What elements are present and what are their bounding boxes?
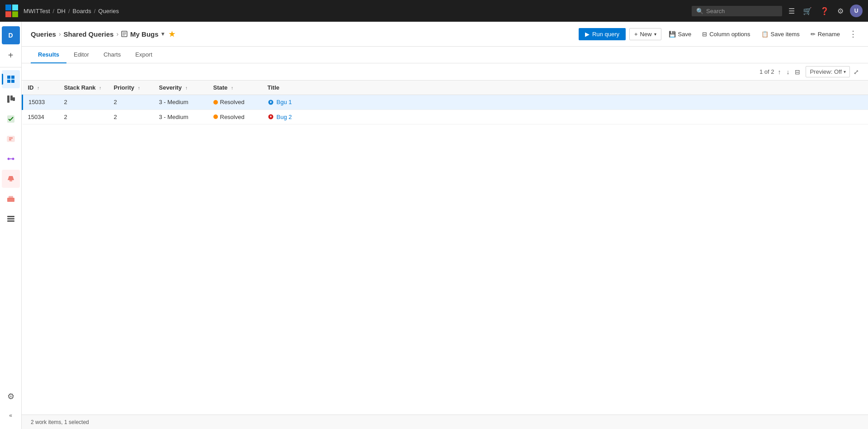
col-header-priority[interactable]: Priority ↑ <box>108 81 154 95</box>
breadcrumb-shared-queries[interactable]: Shared Queries <box>64 30 114 38</box>
run-query-button[interactable]: ▶ Run query <box>579 28 626 40</box>
cell-priority: 2 <box>108 110 154 124</box>
svg-rect-17 <box>7 198 14 202</box>
help-icon[interactable]: ❓ <box>818 5 831 17</box>
topbar: MWITTest / DH / Boards / Queries 🔍 ☰ 🛒 ❓… <box>0 0 868 22</box>
cell-state: Resolved <box>208 110 262 124</box>
preview-toggle-button[interactable]: Preview: Off ▾ <box>806 66 850 77</box>
filter-button[interactable]: ⊟ <box>793 67 802 76</box>
state-dot <box>213 100 218 105</box>
topbar-section3[interactable]: Queries <box>98 8 119 14</box>
avatar[interactable]: U <box>850 5 863 17</box>
id-sort-icon: ↑ <box>37 86 39 91</box>
next-page-button[interactable]: ↓ <box>784 67 791 76</box>
svg-point-29 <box>270 116 271 118</box>
basket-icon[interactable]: 🛒 <box>801 5 814 17</box>
svg-rect-10 <box>13 97 15 101</box>
col-header-severity[interactable]: Severity ↑ <box>154 81 208 95</box>
sidebar-item-test[interactable] <box>2 170 20 188</box>
svg-rect-3 <box>12 11 18 17</box>
breadcrumb-queries[interactable]: Queries <box>31 30 56 38</box>
topbar-right: 🔍 ☰ 🛒 ❓ ⚙ U <box>692 5 863 17</box>
sidebar-item-workitems[interactable] <box>2 110 20 128</box>
sidebar-item-artifacts[interactable] <box>2 190 20 208</box>
main-layout: D + ⚙ « <box>0 22 868 429</box>
save-icon: 💾 <box>669 31 676 38</box>
svg-rect-2 <box>5 11 11 17</box>
col-header-id[interactable]: ID ↑ <box>23 81 59 95</box>
tab-results[interactable]: Results <box>31 47 66 63</box>
cell-title[interactable]: Bug 2 <box>262 110 868 124</box>
priority-sort-icon: ↑ <box>138 86 140 91</box>
tab-export[interactable]: Export <box>128 47 160 63</box>
svg-rect-18 <box>9 196 13 198</box>
new-button[interactable]: + New ▾ <box>629 28 661 40</box>
breadcrumb-sep2: › <box>116 30 118 38</box>
sidebar-collapse[interactable]: « <box>2 406 20 424</box>
dropdown-icon[interactable]: ▾ <box>161 31 164 37</box>
rename-button[interactable]: ✏ Rename <box>807 29 844 40</box>
sidebar-item-repos[interactable] <box>2 130 20 148</box>
page-header: Queries › Shared Queries › My Bugs ▾ ★ <box>22 22 868 47</box>
work-item-link[interactable]: Bug 2 <box>268 114 863 120</box>
sidebar-item-overview[interactable] <box>2 70 20 88</box>
sidebar-item-add[interactable]: + <box>2 46 20 64</box>
svg-rect-12 <box>7 136 14 142</box>
items-selected: 1 selected <box>64 419 89 425</box>
pagination-text: 1 of 2 <box>760 68 774 75</box>
chevron-down-icon: ▾ <box>654 32 656 37</box>
column-options-button[interactable]: ⊟ Column options <box>698 29 754 40</box>
rename-icon: ✏ <box>811 31 816 38</box>
cell-title[interactable]: Bgu 1 <box>262 95 868 110</box>
cell-id: 15034 <box>23 110 59 124</box>
cell-id: 15033 <box>23 95 59 110</box>
col-header-title[interactable]: Title <box>262 81 868 95</box>
sidebar-item-home[interactable]: D <box>2 26 20 44</box>
favorite-star[interactable]: ★ <box>169 30 175 38</box>
col-header-stackrank[interactable]: Stack Rank ↑ <box>59 81 108 95</box>
svg-rect-4 <box>7 76 10 79</box>
tab-charts[interactable]: Charts <box>96 47 128 63</box>
plus-icon: + <box>634 31 638 38</box>
sidebar-item-more[interactable] <box>2 210 20 228</box>
my-bugs-label[interactable]: My Bugs <box>130 30 159 38</box>
app-logo[interactable] <box>5 5 18 17</box>
sidebar-item-boards[interactable] <box>2 90 20 108</box>
cell-stackrank: 2 <box>59 95 108 110</box>
content-area: Queries › Shared Queries › My Bugs ▾ ★ <box>22 22 868 429</box>
svg-rect-21 <box>7 220 14 222</box>
notifications-icon[interactable]: ☰ <box>787 5 797 17</box>
table-row[interactable]: 15034 2 2 3 - Medium Resolved Bug 2 <box>23 110 868 124</box>
svg-rect-6 <box>7 80 10 83</box>
topbar-project[interactable]: MWITTest <box>24 8 50 14</box>
more-options-button[interactable]: ⋮ <box>847 27 859 41</box>
svg-rect-9 <box>10 95 13 100</box>
save-button[interactable]: 💾 Save <box>665 29 695 40</box>
search-icon: 🔍 <box>696 8 703 14</box>
topbar-section2[interactable]: Boards <box>73 8 91 14</box>
topbar-section1[interactable]: DH <box>57 8 66 14</box>
settings-icon[interactable]: ⚙ <box>835 5 845 17</box>
sidebar-settings[interactable]: ⚙ <box>2 387 20 405</box>
query-toolbar: 1 of 2 ↑ ↓ ⊟ Preview: Off ▾ ⤢ <box>22 63 868 81</box>
svg-rect-19 <box>7 216 14 217</box>
chevron-down-icon: ▾ <box>844 69 846 74</box>
table-row[interactable]: 15033 2 2 3 - Medium Resolved Bgu 1 <box>23 95 868 110</box>
expand-button[interactable]: ⤢ <box>854 68 859 76</box>
search-box[interactable]: 🔍 <box>692 6 782 16</box>
svg-rect-0 <box>5 5 11 10</box>
bug-icon <box>268 99 274 105</box>
sidebar-item-pipelines[interactable] <box>2 150 20 168</box>
work-item-link[interactable]: Bgu 1 <box>268 99 863 105</box>
state-label: Resolved <box>220 99 245 105</box>
search-input[interactable] <box>706 8 778 14</box>
save-items-icon: 📋 <box>761 31 769 38</box>
tab-editor[interactable]: Editor <box>66 47 96 63</box>
state-sort-icon: ↑ <box>231 86 233 91</box>
svg-rect-1 <box>12 5 18 10</box>
prev-page-button[interactable]: ↑ <box>776 67 783 76</box>
svg-rect-16 <box>9 180 12 181</box>
save-items-button[interactable]: 📋 Save items <box>758 29 803 40</box>
col-header-state[interactable]: State ↑ <box>208 81 262 95</box>
svg-rect-5 <box>11 76 14 79</box>
